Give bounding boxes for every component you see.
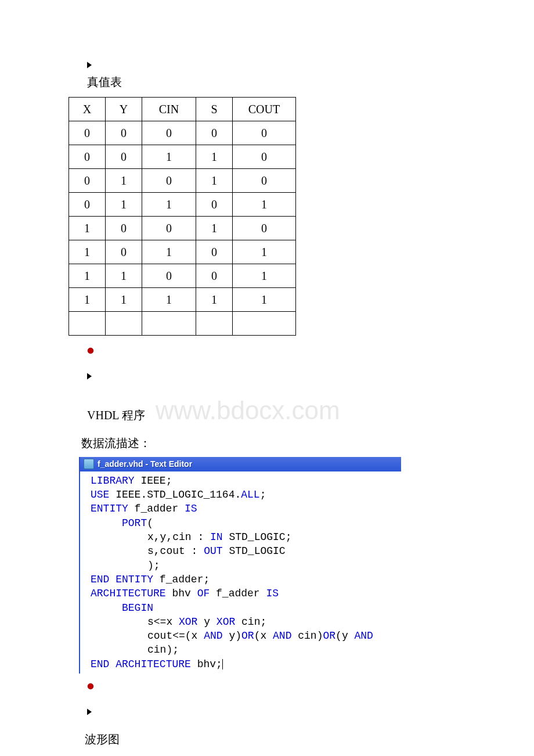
table-row: 1 0 0 1 0: [69, 217, 296, 240]
cell: 0: [196, 240, 233, 264]
cell: 0: [196, 121, 233, 145]
cell: 0: [69, 145, 106, 169]
code-body: LIBRARY IEEE; USE IEEE.STD_LOGIC_1164.AL…: [80, 471, 401, 674]
svg-point-1: [88, 683, 93, 689]
cell: 1: [233, 288, 296, 312]
cell: [142, 312, 196, 336]
bullet-icon: [87, 373, 92, 377]
cell: 0: [106, 217, 142, 240]
cell: 0: [233, 121, 296, 145]
editor-title-text: f_adder.vhd - Text Editor: [98, 459, 192, 470]
cell: 1: [196, 169, 233, 193]
th-y: Y: [106, 98, 142, 121]
text-cursor: [222, 659, 223, 669]
cell: 0: [69, 121, 106, 145]
svg-point-0: [88, 348, 93, 354]
cell: 1: [196, 217, 233, 240]
cell: 0: [196, 193, 233, 217]
bullet-icon: [87, 708, 92, 713]
red-dot-icon: [87, 682, 94, 689]
cell: 0: [106, 121, 142, 145]
cell: 1: [106, 264, 142, 288]
table-row: 1 1 0 0 1: [69, 264, 296, 288]
table-row: 0 1 0 1 0: [69, 169, 296, 193]
th-cout: COUT: [233, 98, 296, 121]
table-row: 0 0 0 0 0: [69, 121, 296, 145]
cell: [106, 312, 142, 336]
vhdl-program-heading: VHDL 程序: [87, 408, 145, 423]
cell: [233, 312, 296, 336]
cell: [69, 312, 106, 336]
table-row: 1 1 1 1 1: [69, 288, 296, 312]
th-s: S: [196, 98, 233, 121]
waveform-heading: 波形图: [85, 732, 453, 747]
table-row: 1 0 1 0 1: [69, 240, 296, 264]
cell: 1: [142, 193, 196, 217]
dataflow-desc-heading: 数据流描述：: [81, 435, 453, 451]
truth-table: X Y CIN S COUT 0 0 0 0 0 0 0 1 1 0: [68, 97, 296, 336]
table-row: [69, 312, 296, 336]
cell: 0: [142, 217, 196, 240]
cell: 1: [69, 288, 106, 312]
table-header-row: X Y CIN S COUT: [69, 98, 296, 121]
cell: [196, 312, 233, 336]
cell: 1: [69, 240, 106, 264]
cell: 1: [106, 288, 142, 312]
bullet-icon: [87, 62, 92, 66]
cell: 0: [69, 169, 106, 193]
cell: 0: [233, 145, 296, 169]
cell: 0: [106, 240, 142, 264]
table-row: 0 1 1 0 1: [69, 193, 296, 217]
cell: 0: [233, 217, 296, 240]
table-row: 0 0 1 1 0: [69, 145, 296, 169]
cell: 1: [106, 169, 142, 193]
cell: 1: [69, 264, 106, 288]
red-dot-icon: [87, 346, 94, 353]
cell: 0: [142, 121, 196, 145]
cell: 0: [233, 169, 296, 193]
truth-table-heading: 真值表: [87, 74, 453, 90]
cell: 1: [69, 217, 106, 240]
th-cin: CIN: [142, 98, 196, 121]
cell: 1: [142, 288, 196, 312]
cell: 1: [233, 240, 296, 264]
cell: 1: [106, 193, 142, 217]
th-x: X: [69, 98, 106, 121]
code-editor: f_adder.vhd - Text Editor LIBRARY IEEE; …: [79, 457, 401, 674]
cell: 1: [196, 145, 233, 169]
cell: 0: [142, 264, 196, 288]
cell: 1: [142, 145, 196, 169]
cell: 1: [196, 288, 233, 312]
cell: 0: [142, 169, 196, 193]
cell: 0: [106, 145, 142, 169]
cell: 1: [233, 264, 296, 288]
watermark-text: www.bdocx.com: [156, 396, 340, 425]
cell: 1: [142, 240, 196, 264]
cell: 0: [69, 193, 106, 217]
cell: 1: [233, 193, 296, 217]
editor-file-icon: [84, 459, 94, 469]
cell: 0: [196, 264, 233, 288]
editor-titlebar: f_adder.vhd - Text Editor: [80, 457, 401, 471]
